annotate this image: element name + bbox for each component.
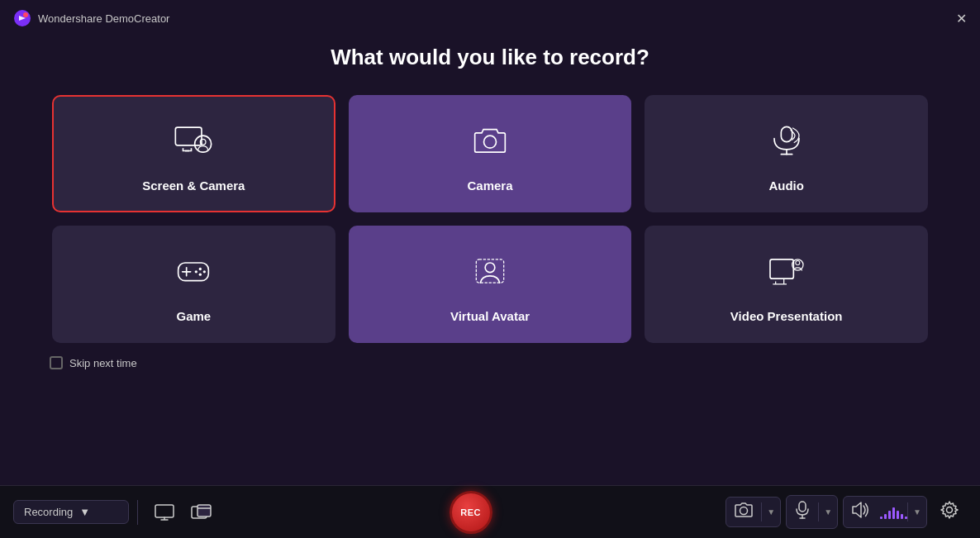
option-label-virtual-avatar: Virtual Avatar — [450, 309, 530, 323]
svg-point-35 — [947, 507, 953, 513]
svg-point-16 — [199, 274, 202, 276]
app-title: Wondershare DemoCreator — [38, 12, 169, 25]
svg-point-30 — [740, 507, 748, 515]
skip-row: Skip next time — [0, 343, 980, 369]
rec-label: REC — [460, 507, 481, 517]
option-card-game[interactable]: Game — [52, 226, 335, 343]
app-logo-icon — [13, 9, 31, 27]
volume-bar-5 — [901, 514, 903, 519]
speaker-icon — [852, 502, 870, 518]
options-grid: Screen & Camera Camera Audio Game Virtua… — [52, 95, 928, 343]
option-card-screen-camera[interactable]: Screen & Camera — [52, 95, 335, 212]
virtual-avatar-icon — [469, 250, 511, 298]
svg-point-1 — [23, 12, 28, 17]
option-label-screen-camera: Screen & Camera — [142, 179, 245, 193]
camera-toggle-button[interactable] — [726, 498, 761, 526]
game-icon — [173, 250, 214, 298]
title-bar-left: Wondershare DemoCreator — [13, 9, 169, 27]
option-card-virtual-avatar[interactable]: Virtual Avatar — [349, 226, 632, 343]
option-label-audio: Audio — [768, 179, 804, 193]
svg-rect-28 — [197, 505, 211, 517]
volume-bar-4 — [897, 511, 899, 519]
camera-dropdown-arrow[interactable]: ▼ — [761, 502, 780, 521]
recording-dropdown[interactable]: Recording ▼ — [13, 500, 129, 524]
svg-rect-20 — [770, 259, 793, 279]
main-content: What would you like to record? Screen & … — [0, 45, 980, 343]
volume-bar-1 — [884, 514, 887, 519]
option-label-camera: Camera — [467, 179, 512, 193]
svg-point-4 — [195, 136, 212, 152]
settings-button[interactable] — [932, 496, 967, 528]
svg-rect-26 — [155, 505, 174, 517]
speaker-toggle-group: ▼ — [843, 496, 927, 528]
mic-toggle-group: ▼ — [786, 495, 838, 529]
volume-bar-0 — [880, 517, 882, 519]
volume-bar-2 — [888, 511, 891, 519]
option-card-video-presentation[interactable]: Video Presentation — [645, 226, 928, 343]
svg-point-6 — [483, 136, 496, 148]
option-card-camera[interactable]: Camera — [349, 95, 632, 212]
svg-rect-31 — [799, 502, 806, 512]
svg-rect-7 — [781, 126, 792, 141]
svg-point-14 — [199, 268, 202, 270]
dropdown-arrow-icon: ▼ — [79, 506, 118, 518]
mic-toggle-button[interactable] — [787, 496, 818, 528]
screen-capture-button[interactable] — [146, 499, 183, 526]
svg-point-22 — [795, 261, 799, 265]
title-bar: Wondershare DemoCreator ✕ — [0, 0, 980, 36]
option-label-video-presentation: Video Presentation — [730, 309, 843, 323]
svg-marker-34 — [853, 502, 861, 517]
mic-icon — [795, 501, 810, 519]
svg-point-15 — [203, 270, 206, 273]
audio-icon — [766, 120, 807, 167]
window-capture-button[interactable] — [183, 499, 221, 526]
option-label-game: Game — [176, 309, 211, 323]
skip-label: Skip next time — [69, 357, 137, 369]
page-title: What would you like to record? — [50, 45, 930, 70]
option-card-audio[interactable]: Audio — [645, 95, 928, 212]
bottom-toolbar: Recording ▼ REC ▼ — [0, 485, 980, 538]
screen-icon — [155, 504, 174, 521]
video-presentation-icon — [766, 250, 807, 298]
window-icon — [191, 504, 212, 521]
screen-camera-icon — [173, 120, 214, 167]
speaker-toggle-button[interactable] — [844, 497, 878, 527]
camera-icon — [735, 502, 753, 517]
svg-rect-2 — [176, 127, 202, 145]
camera-icon — [469, 120, 511, 167]
rec-button[interactable]: REC — [450, 491, 492, 534]
settings-icon — [940, 501, 959, 519]
mic-dropdown-arrow[interactable]: ▼ — [818, 502, 837, 521]
skip-checkbox[interactable] — [50, 356, 63, 369]
close-button[interactable]: ✕ — [956, 11, 967, 26]
recording-dropdown-label: Recording — [24, 506, 73, 518]
camera-toggle-group: ▼ — [725, 497, 781, 527]
svg-point-19 — [485, 263, 495, 273]
toolbar-divider-1 — [137, 500, 138, 525]
svg-point-17 — [195, 270, 197, 273]
volume-bars — [880, 506, 907, 519]
volume-bar-3 — [892, 507, 895, 519]
speaker-dropdown-arrow[interactable]: ▼ — [907, 502, 926, 521]
